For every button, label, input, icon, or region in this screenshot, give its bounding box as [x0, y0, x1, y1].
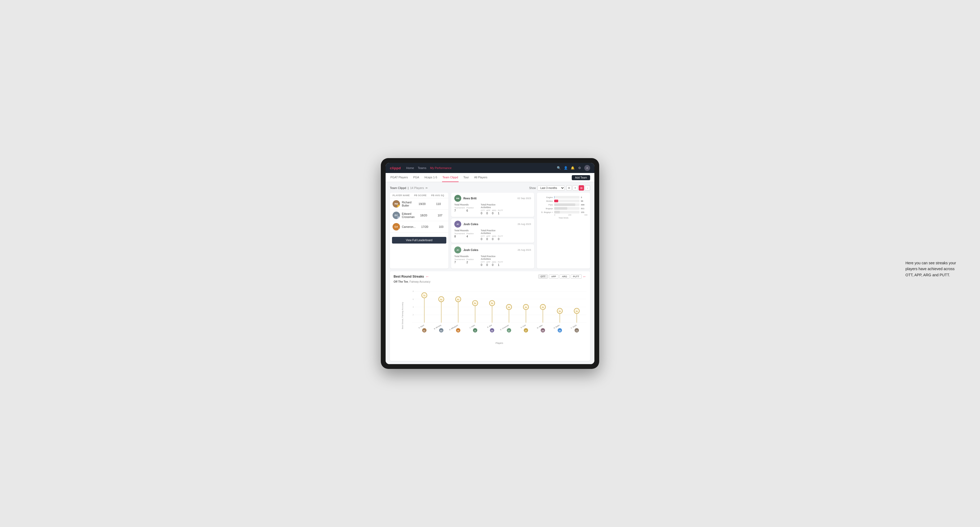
tournament-col-2: Tournament 8: [454, 232, 465, 238]
leaderboard-button[interactable]: View Full Leaderboard: [392, 237, 446, 243]
subnav-team-clippd[interactable]: Team Clippd: [442, 173, 458, 182]
bar-track-0: [554, 196, 579, 198]
practice-val-3: 2: [466, 260, 474, 264]
col-player-name: PLAYER NAME: [393, 194, 413, 197]
bar-val-2: 499: [581, 204, 587, 206]
svg-text:6x: 6x: [457, 298, 460, 301]
team-divider: |: [408, 186, 409, 189]
nav-my-performance[interactable]: My Performance: [430, 165, 452, 171]
player-info-3: CA 3 Cameron...: [393, 223, 416, 230]
subnav-tour[interactable]: Tour: [463, 173, 469, 182]
ott-col-3: OTT 0: [481, 261, 485, 267]
filter-putt[interactable]: PUTT: [571, 275, 582, 279]
activities-sub-1: OTT 0 APP 0 ARG 0: [481, 209, 504, 215]
player-row-2[interactable]: EC 2 Edward Crossman 18/20 107: [390, 210, 449, 221]
player-score-2: 18/20: [416, 214, 432, 217]
filter-app[interactable]: APP: [549, 275, 558, 279]
card-stats-2: Total Rounds Tournament 8 Practice 4: [454, 229, 531, 241]
svg-text:M. Miller: M. Miller: [536, 324, 543, 329]
arg-val-1: 0: [492, 211, 496, 215]
arg-col-3: ARG 0: [492, 261, 496, 267]
settings-icon[interactable]: ⚙: [578, 166, 582, 170]
svg-text:4x: 4x: [508, 306, 510, 308]
chart-x-label: Total Shots: [539, 217, 587, 219]
axis-400: 400: [584, 214, 587, 216]
bar-label-4: D. Bogeys +: [539, 211, 553, 213]
chart-panel: Eagles 3 Birdies 96 Pars 499 Bogeys 311 …: [537, 193, 590, 268]
bar-fill-2: [554, 203, 575, 206]
subnav-right: Add Team: [572, 175, 590, 180]
view-icons: ⊞ ≡ ▤ ↓: [566, 185, 590, 190]
filter-arg[interactable]: ARG: [560, 275, 570, 279]
bar-val-4: 131: [581, 211, 587, 213]
total-rounds-title-3: Total Rounds: [454, 255, 478, 258]
ott-col-2: OTT 0: [481, 235, 485, 241]
card-header-2: JC Josh Coles 26 Aug 2023: [454, 221, 531, 227]
app-label-2: APP: [486, 235, 490, 237]
edit-icon[interactable]: ✏: [426, 187, 428, 189]
player-name-2: Edward Crossman: [402, 212, 415, 219]
svg-text:BM: BM: [440, 330, 442, 332]
app-col-1: APP 0: [486, 209, 490, 215]
filter-ott[interactable]: OTT: [538, 275, 548, 279]
svg-text:E. Ebert: E. Ebert: [418, 324, 425, 329]
nav-home[interactable]: Home: [406, 165, 414, 171]
period-select[interactable]: Last 3 months Last 6 months Last 12 mont…: [538, 186, 565, 190]
nav-teams[interactable]: Teams: [418, 165, 426, 171]
player-row-3[interactable]: CA 3 Cameron... 17/20 103: [390, 221, 449, 233]
putt-val-2: 0: [498, 237, 503, 241]
subnav-all-players[interactable]: All Players: [474, 173, 488, 182]
annotation-text: Here you can see streaks your players ha…: [905, 260, 959, 278]
total-rounds-title-2: Total Rounds: [454, 229, 478, 232]
player-score-3: 17/20: [417, 225, 433, 229]
player-name-3: Cameron...: [402, 225, 416, 229]
player-list-footer: View Full Leaderboard: [390, 233, 449, 246]
streak-arrow-left: ←: [426, 275, 429, 279]
practice-label-3: Practice: [466, 258, 474, 260]
player-avatar-1: RB 1: [393, 200, 400, 208]
svg-text:JC: JC: [474, 330, 476, 332]
card-stats-1: Total Rounds Tournament 7 Practice 6: [454, 203, 531, 215]
bar-chart: Eagles 3 Birdies 96 Pars 499 Bogeys 311 …: [539, 196, 587, 213]
tournament-col-1: Tournament 7: [454, 206, 465, 212]
list-view-btn[interactable]: ≡: [573, 185, 578, 190]
grid-view-btn[interactable]: ⊞: [566, 185, 572, 190]
col-pb-score: PB SCORE: [414, 194, 430, 197]
player-card-3: JC Josh Coles 26 Aug 2023 Total Rounds T…: [451, 244, 534, 268]
player-avg-1: 110: [431, 202, 446, 205]
subnav-pgat[interactable]: PGAT Players: [390, 173, 409, 182]
putt-label-2: PUTT: [498, 235, 503, 237]
bar-fill-4: [554, 211, 560, 213]
search-icon[interactable]: 🔍: [557, 166, 561, 170]
tournament-val-2: 8: [454, 235, 465, 238]
streaks-subtitle: Off The Tee, Fairway Accuracy: [394, 280, 586, 283]
subnav-pga[interactable]: PGA: [413, 173, 420, 182]
player-info-2: EC 2 Edward Crossman: [393, 211, 415, 219]
rounds-sub-2: Tournament 8 Practice 4: [454, 232, 478, 238]
card-avatar-1: RB: [454, 195, 461, 202]
chart-view-btn[interactable]: ↓: [585, 185, 590, 190]
subnav-hcaps[interactable]: Hcaps 1-5: [424, 173, 438, 182]
navbar-links: Home Teams My Performance: [406, 165, 551, 171]
player-row-1[interactable]: RB 1 Richard Butler 19/20 110: [390, 198, 449, 210]
svg-text:8: 8: [413, 290, 414, 292]
user-icon[interactable]: 👤: [563, 166, 568, 170]
avatar[interactable]: A: [584, 165, 590, 171]
streaks-subtitle-rest: , Fairway Accuracy: [408, 280, 430, 283]
putt-col-2: PUTT 0: [498, 235, 503, 241]
tournament-label-3: Tournament: [454, 258, 465, 260]
player-info-1: RB 1 Richard Butler: [393, 200, 413, 208]
svg-text:5x: 5x: [491, 302, 493, 305]
player-card-2: JC Josh Coles 26 Aug 2023 Total Rounds T…: [451, 219, 534, 243]
practice-label-2: Practice: [466, 232, 474, 235]
player-avatar-2: EC 2: [393, 211, 400, 219]
bell-icon[interactable]: 🔔: [570, 166, 575, 170]
putt-col-3: PUTT 1: [498, 261, 503, 267]
add-team-button[interactable]: Add Team: [572, 175, 590, 180]
svg-text:DF: DF: [525, 330, 527, 332]
svg-text:4x: 4x: [525, 306, 527, 308]
main-content: Team Clippd | 14 Players ✏ Show Last 3 m…: [386, 182, 594, 364]
streaks-chart-container: Best Streak, Fairway Accuracy 24687xE. E…: [394, 286, 586, 358]
card-header-3: JC Josh Coles 26 Aug 2023: [454, 246, 531, 253]
table-view-btn[interactable]: ▤: [579, 185, 584, 190]
